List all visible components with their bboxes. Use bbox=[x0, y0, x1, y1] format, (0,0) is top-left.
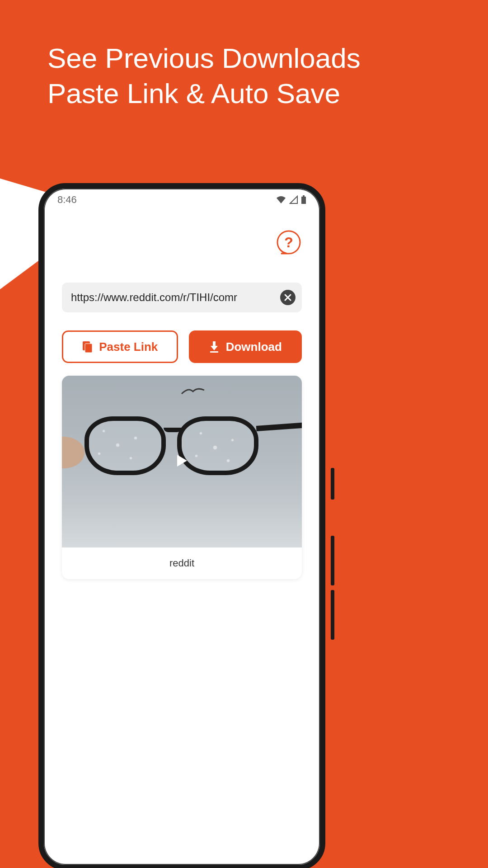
battery-icon bbox=[301, 195, 306, 204]
help-button[interactable]: ? bbox=[276, 229, 302, 255]
phone-side-button bbox=[331, 468, 334, 500]
card-source-label: reddit bbox=[62, 547, 302, 579]
phone-side-button bbox=[331, 536, 334, 585]
paste-icon bbox=[82, 340, 93, 353]
svg-rect-6 bbox=[210, 351, 218, 353]
svg-rect-1 bbox=[303, 195, 305, 197]
download-card[interactable]: reddit bbox=[62, 376, 302, 579]
svg-text:?: ? bbox=[284, 234, 293, 250]
download-label: Download bbox=[226, 340, 282, 354]
headline-line1: See Previous Downloads bbox=[47, 41, 361, 76]
status-bar: 8:46 bbox=[44, 189, 320, 207]
status-time: 8:46 bbox=[57, 194, 77, 206]
decorative-bird bbox=[179, 385, 206, 400]
promo-headline: See Previous Downloads Paste Link & Auto… bbox=[47, 41, 361, 111]
download-button[interactable]: Download bbox=[189, 330, 302, 363]
url-input[interactable] bbox=[71, 291, 276, 304]
svg-rect-0 bbox=[301, 197, 306, 204]
download-icon bbox=[209, 340, 220, 353]
video-thumbnail[interactable] bbox=[62, 376, 302, 547]
phone-mockup: 8:46 ? Paste Link Download bbox=[38, 183, 325, 868]
close-icon bbox=[284, 293, 292, 302]
decorative-glasses bbox=[62, 403, 302, 493]
phone-side-button bbox=[331, 590, 334, 640]
wifi-icon bbox=[276, 195, 286, 204]
svg-rect-4 bbox=[85, 344, 92, 353]
paste-link-button[interactable]: Paste Link bbox=[62, 330, 178, 363]
status-icons bbox=[276, 195, 306, 204]
paste-link-label: Paste Link bbox=[99, 340, 158, 354]
headline-line2: Paste Link & Auto Save bbox=[47, 76, 361, 111]
url-input-bar[interactable] bbox=[62, 283, 302, 312]
signal-icon bbox=[289, 195, 298, 204]
clear-input-button[interactable] bbox=[280, 290, 296, 305]
play-icon bbox=[174, 453, 190, 470]
